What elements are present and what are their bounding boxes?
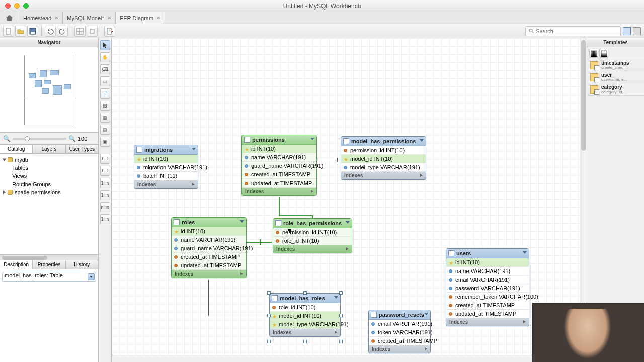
collapse-icon[interactable]	[346, 221, 350, 224]
rel-1-n-id-tool[interactable]: 1:n	[100, 190, 110, 200]
tree-label[interactable]: Views	[12, 173, 27, 179]
tab-label: MySQL Model*	[67, 15, 104, 21]
align-button[interactable]	[87, 26, 98, 37]
view-tool[interactable]: ▤	[100, 125, 110, 135]
canvas-scrollbar-horizontal[interactable]	[112, 355, 580, 362]
indexes-label[interactable]: Indexes	[276, 246, 295, 252]
template-user[interactable]: userusername, e...	[587, 71, 644, 83]
template-category[interactable]: categorycategory_id, ...	[587, 83, 644, 96]
selection-handle[interactable]	[267, 340, 271, 343]
zoom-in-icon[interactable]: 🔍	[68, 135, 76, 142]
tree-scrollbar[interactable]	[0, 254, 98, 260]
rel-1-n-non-id-tool[interactable]: 1:n	[100, 178, 110, 188]
close-icon[interactable]: ✕	[54, 15, 58, 21]
tab-homestead[interactable]: Homestead✕	[19, 12, 63, 24]
catalog-tree[interactable]: mydb Tables Views Routine Groups spatie-…	[0, 154, 98, 254]
tab-mysql-model[interactable]: MySQL Model*✕	[63, 12, 116, 24]
tree-label[interactable]: spatie-permissions	[15, 189, 61, 195]
toggle-right-panel-button[interactable]	[633, 27, 641, 35]
close-icon[interactable]: ✕	[156, 15, 160, 21]
dropdown-icon[interactable]	[88, 273, 95, 280]
indexes-label[interactable]: Indexes	[449, 319, 468, 325]
minimap[interactable]	[0, 47, 98, 133]
open-file-button[interactable]	[15, 26, 26, 37]
tab-layers[interactable]: Layers	[33, 145, 65, 153]
column: token VARCHAR(191)	[378, 329, 433, 335]
close-icon[interactable]: ✕	[107, 15, 111, 21]
tab-catalog[interactable]: Catalog	[0, 145, 33, 153]
entity-roles[interactable]: roles id INT(10) name VARCHAR(191) guard…	[171, 217, 247, 278]
zoom-control[interactable]: 🔍 🔍 100	[0, 133, 98, 145]
indexes-label[interactable]: Indexes	[344, 173, 363, 178]
tab-eer-diagram[interactable]: EER Diagram✕	[116, 12, 165, 24]
indexes-label[interactable]: Indexes	[137, 182, 156, 187]
zoom-value[interactable]: 100	[78, 136, 95, 142]
image-tool[interactable]: 🖼	[100, 101, 110, 111]
hand-tool[interactable]: ✋	[100, 52, 110, 62]
description-select[interactable]: model_has_roles: Table	[2, 272, 96, 282]
undo-button[interactable]	[45, 26, 56, 37]
template-timestamps[interactable]: timestampscreate_time, ...	[587, 59, 644, 71]
disclosure-icon[interactable]	[3, 159, 7, 161]
entity-permissions[interactable]: permissions id INT(10) name VARCHAR(191)…	[242, 135, 317, 196]
new-file-button[interactable]	[3, 26, 14, 37]
collapse-icon[interactable]	[192, 148, 196, 150]
collapse-icon[interactable]	[334, 296, 338, 299]
collapse-icon[interactable]	[420, 139, 424, 142]
tab-user-types[interactable]: User Types	[66, 145, 98, 153]
indexes-label[interactable]: Indexes	[273, 330, 291, 335]
collapse-icon[interactable]	[424, 313, 428, 315]
disclosure-icon[interactable]	[3, 190, 6, 194]
entity-model-has-permissions[interactable]: model_has_permissions permission_id INT(…	[341, 136, 426, 180]
tab-properties[interactable]: Properties	[33, 260, 65, 269]
entity-users[interactable]: users id INT(10) name VARCHAR(191) email…	[446, 248, 529, 326]
redo-button[interactable]	[57, 26, 68, 37]
tree-label[interactable]: Routine Groups	[12, 181, 51, 187]
indexes-label[interactable]: Indexes	[372, 346, 390, 352]
selection-handle[interactable]	[303, 291, 307, 295]
tree-label[interactable]: mydb	[15, 157, 28, 163]
export-button[interactable]	[104, 26, 115, 37]
collapse-icon[interactable]	[310, 138, 314, 140]
tree-label[interactable]: Tables	[12, 165, 28, 171]
home-tab[interactable]	[0, 12, 19, 24]
collapse-icon[interactable]	[523, 251, 527, 254]
entity-migrations[interactable]: migrations id INT(10) migration VARCHAR(…	[134, 145, 198, 189]
rel-n-m-tool[interactable]: n:m	[100, 202, 110, 212]
template-add-button[interactable]: ▤	[599, 49, 608, 58]
search-input[interactable]	[536, 28, 617, 34]
entity-password-resets[interactable]: password_resets email VARCHAR(191) token…	[368, 310, 431, 353]
zoom-out-icon[interactable]: 🔍	[3, 135, 11, 142]
pointer-tool[interactable]	[100, 40, 110, 50]
eraser-tool[interactable]: ⌫	[100, 64, 110, 74]
selection-handle[interactable]	[267, 291, 271, 295]
rel-existing-tool[interactable]: 1:n	[100, 214, 110, 224]
indexes-label[interactable]: Indexes	[245, 189, 264, 194]
indexes-label[interactable]: Indexes	[175, 271, 193, 277]
layer-tool[interactable]: ▭	[100, 76, 110, 86]
template-new-button[interactable]: ▦	[589, 49, 598, 58]
tab-history[interactable]: History	[66, 260, 98, 269]
selection-handle[interactable]	[339, 314, 343, 317]
grid-button[interactable]	[74, 26, 86, 37]
rel-1-1-non-id-tool[interactable]: 1:1	[100, 154, 110, 164]
routine-tool[interactable]: ▣	[100, 137, 110, 147]
toggle-left-panel-button[interactable]	[623, 27, 631, 35]
entity-model-has-roles[interactable]: model_has_roles role_id INT(10) model_id…	[269, 293, 341, 337]
selection-handle[interactable]	[267, 314, 271, 317]
column: role_id INT(10)	[282, 238, 319, 244]
selection-handle[interactable]	[303, 340, 307, 343]
save-button[interactable]	[27, 26, 38, 37]
database-icon	[8, 190, 13, 195]
rel-1-1-id-tool[interactable]: 1:1	[100, 166, 110, 176]
column: updated_at TIMESTAMP	[455, 311, 516, 317]
collapse-icon[interactable]	[240, 220, 244, 223]
diagram-canvas[interactable]: migrations id INT(10) migration VARCHAR(…	[112, 38, 587, 362]
entity-role-has-permissions[interactable]: role_has_permissions permission_id INT(1…	[273, 218, 352, 253]
note-tool[interactable]: 📄	[100, 88, 110, 99]
selection-handle[interactable]	[339, 291, 343, 295]
tab-description[interactable]: Description	[0, 260, 33, 269]
search-box[interactable]	[525, 26, 621, 36]
table-tool[interactable]: ▦	[100, 113, 110, 123]
selection-handle[interactable]	[339, 340, 343, 343]
